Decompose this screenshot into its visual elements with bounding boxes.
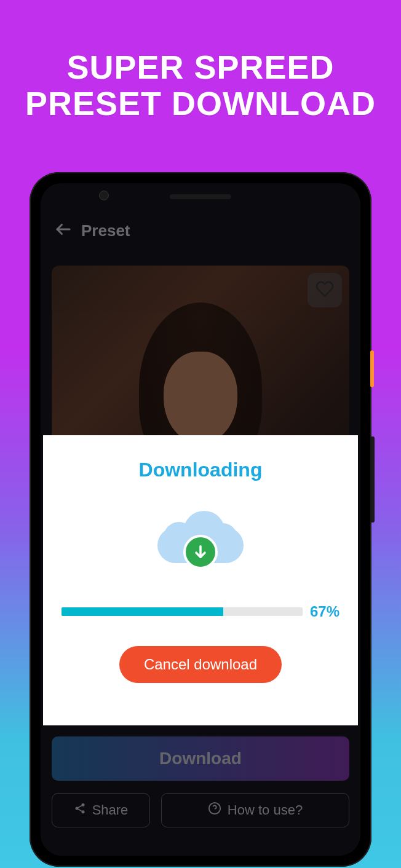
app-bar: Preset (41, 208, 360, 247)
howto-button[interactable]: How to use? (161, 793, 349, 827)
svg-point-3 (75, 807, 78, 810)
cancel-download-button[interactable]: Cancel download (119, 646, 282, 683)
promo-headline: SUPER SPREED PRESET DOWNLOAD (0, 0, 401, 122)
phone-camera (99, 191, 109, 200)
favorite-button[interactable] (308, 273, 342, 307)
help-icon (208, 802, 221, 819)
share-icon (74, 802, 86, 818)
cloud-download-icon (55, 511, 346, 578)
phone-screen: Preset Downloading (41, 183, 360, 856)
howto-label: How to use? (228, 802, 303, 818)
downloading-dialog: Downloading (43, 435, 358, 725)
phone-notch (41, 183, 360, 208)
heart-icon (316, 280, 334, 301)
phone-power-button (370, 350, 374, 387)
svg-line-5 (78, 809, 82, 811)
arrow-down-icon (183, 535, 218, 569)
svg-point-2 (81, 803, 84, 807)
download-button[interactable]: Download (52, 736, 349, 781)
progress-row: 67% (55, 603, 346, 620)
phone-speaker (170, 194, 231, 199)
back-icon[interactable] (54, 220, 73, 241)
headline-line1: SUPER SPREED (0, 49, 401, 85)
phone-volume-button (370, 436, 375, 523)
svg-line-6 (78, 805, 82, 807)
share-label: Share (92, 802, 129, 818)
progress-percent: 67% (310, 603, 339, 620)
phone-mockup: Preset Downloading (30, 172, 371, 867)
svg-point-4 (81, 810, 84, 813)
bottom-actions: Share How to use? (52, 793, 349, 827)
headline-line2: PRESET DOWNLOAD (0, 85, 401, 122)
progress-fill (62, 607, 223, 616)
page-title: Preset (81, 221, 130, 240)
progress-bar (62, 607, 303, 616)
share-button[interactable]: Share (52, 793, 150, 827)
dialog-title: Downloading (55, 459, 346, 481)
download-button-label: Download (159, 749, 242, 768)
